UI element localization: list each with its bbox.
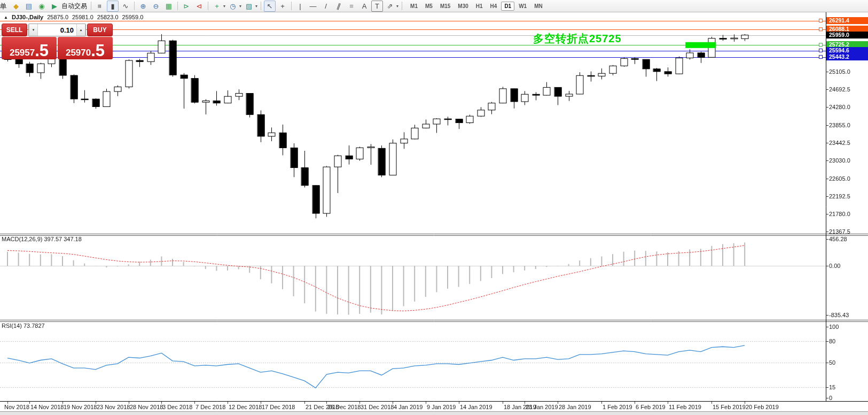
toolbar-separator xyxy=(134,2,135,10)
candlestick-chart-icon[interactable]: ▮ xyxy=(107,1,119,12)
buy-price-main: 25970 xyxy=(66,48,91,57)
one-click-trading-panel: SELL ▾ ▴ BUY 25957.5 25970.5 xyxy=(2,24,113,59)
gold-icon[interactable]: ◆ xyxy=(10,1,22,12)
symbol-info-bar: ▲ DJ30-,Daily 25875.0 25981.0 25823.0 25… xyxy=(4,14,143,20)
autotrade-button-label[interactable]: 自动交易 xyxy=(61,2,87,11)
equidistant-channel-icon[interactable]: ∥ xyxy=(333,1,345,12)
tile-windows-icon[interactable]: ▦ xyxy=(163,1,175,12)
indicators-icon[interactable]: + xyxy=(211,1,223,12)
timeframe-button-m5[interactable]: M5 xyxy=(422,2,436,11)
sell-price-main: 25957 xyxy=(10,48,35,57)
ohlc-low: 25823.0 xyxy=(97,14,119,20)
toolbar-separator xyxy=(208,2,208,10)
timeframe-button-d1[interactable]: D1 xyxy=(501,2,514,11)
timeframe-button-m1[interactable]: M1 xyxy=(407,2,421,11)
periods-icon-dropdown[interactable]: ▾ xyxy=(239,4,241,9)
timeframe-button-m15[interactable]: M15 xyxy=(437,2,453,11)
templates-icon-dropdown[interactable]: ▾ xyxy=(255,4,257,9)
volume-increase-button[interactable]: ▴ xyxy=(76,24,85,36)
toolbar-separator xyxy=(261,2,261,10)
symbol-name: DJ30-,Daily xyxy=(12,14,43,20)
ohlc-close: 25959.0 xyxy=(122,14,144,20)
timeframe-button-m30[interactable]: M30 xyxy=(455,2,471,11)
signals-icon[interactable]: ◉ xyxy=(36,1,48,12)
horizontal-line-icon[interactable]: — xyxy=(307,1,319,12)
chart-annotation-text: 多空转折点25725 xyxy=(533,32,622,46)
new-order-button[interactable]: 单 xyxy=(0,1,9,12)
crosshair-icon[interactable]: + xyxy=(277,1,288,12)
arrows-icon[interactable]: ⇗ xyxy=(384,1,396,12)
rsi-indicator-label: RSI(14) 73.7827 xyxy=(2,322,45,329)
price-chart-canvas[interactable] xyxy=(0,0,868,415)
text-label-icon[interactable]: T xyxy=(371,1,383,12)
periods-icon[interactable]: ◷ xyxy=(227,1,239,12)
indicators-icon-dropdown[interactable]: ▾ xyxy=(223,4,225,9)
buy-button[interactable]: BUY xyxy=(87,24,113,36)
templates-icon[interactable]: ▨ xyxy=(243,1,255,12)
macd-indicator-label: MACD(12,26,9) 397.57 347.18 xyxy=(2,236,82,242)
volume-control: ▾ ▴ xyxy=(28,24,86,36)
application-window: { "toolbar": { "left_items": [ {"name":"… xyxy=(0,0,868,415)
volume-decrease-button[interactable]: ▾ xyxy=(29,24,38,36)
market-watch-icon[interactable]: ▤ xyxy=(23,1,35,12)
timeframe-button-h4[interactable]: H4 xyxy=(487,2,501,11)
collapse-quotes-icon[interactable]: ▲ xyxy=(4,15,8,20)
cursor-icon[interactable]: ↖ xyxy=(264,1,276,12)
sell-price-display[interactable]: 25957.5 xyxy=(2,37,57,59)
text-icon[interactable]: A xyxy=(358,1,370,12)
trendline-icon[interactable]: / xyxy=(320,1,332,12)
sell-button[interactable]: SELL xyxy=(2,24,27,36)
toolbar: 单◆▤◉▶自动交易≡▮∿⊕⊖▦⊳⊲+▾◷▾▨▾↖+|—/∥≡AT⇗▾ M1M5M… xyxy=(0,0,868,12)
zoom-out-icon[interactable]: ⊖ xyxy=(150,1,162,12)
chart-shift-icon[interactable]: ⊲ xyxy=(193,1,205,12)
buy-price-display[interactable]: 25970.5 xyxy=(58,37,113,59)
bar-chart-icon[interactable]: ≡ xyxy=(94,1,106,12)
timeframe-button-h1[interactable]: H1 xyxy=(473,2,486,11)
timeframe-button-w1[interactable]: W1 xyxy=(515,2,530,11)
toolbar-separator xyxy=(291,2,292,10)
volume-input[interactable] xyxy=(38,24,76,36)
toolbar-separator xyxy=(402,2,402,10)
autotrade-button[interactable]: ▶ xyxy=(49,1,60,12)
ohlc-open: 25875.0 xyxy=(47,14,68,20)
zoom-in-icon[interactable]: ⊕ xyxy=(137,1,149,12)
line-chart-icon[interactable]: ∿ xyxy=(120,1,131,12)
auto-scroll-icon[interactable]: ⊳ xyxy=(181,1,192,12)
arrows-icon-dropdown[interactable]: ▾ xyxy=(396,4,398,9)
timeframe-button-mn[interactable]: MN xyxy=(531,2,546,11)
toolbar-separator xyxy=(177,2,178,10)
fibonacci-icon[interactable]: ≡ xyxy=(346,1,357,12)
buy-price-fraction: .5 xyxy=(91,44,105,57)
vertical-line-icon[interactable]: | xyxy=(294,1,306,12)
toolbar-separator xyxy=(91,2,91,10)
sell-price-fraction: .5 xyxy=(35,44,49,57)
ohlc-high: 25981.0 xyxy=(72,14,93,20)
